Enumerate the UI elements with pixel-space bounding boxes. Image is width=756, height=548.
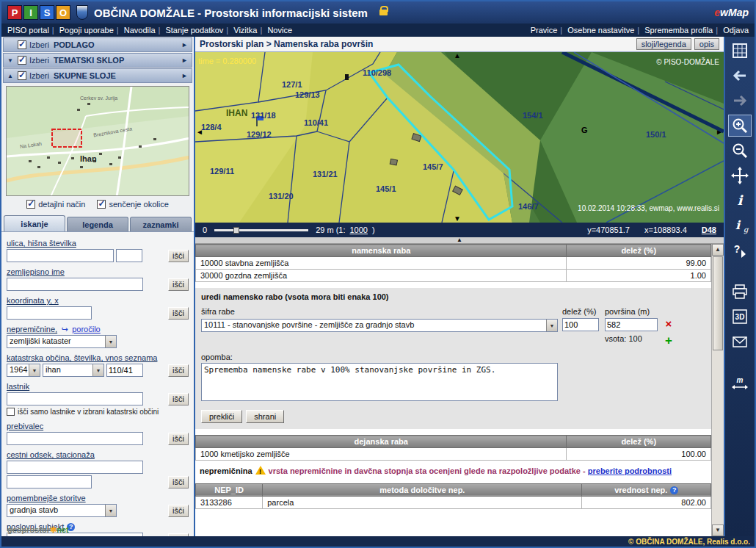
sifra-rabe-select[interactable]: 10111 - stanovanjske površine - zemljišč… [201,319,558,332]
menu-osebne-nastavitve[interactable]: Osebne nastavitve [567,26,634,35]
prebivalec-label[interactable]: prebivalec [7,422,43,430]
prebivalec-input[interactable] [7,432,143,445]
view-3d-tool[interactable]: 3D [729,306,751,327]
menu-stanje-podatkov[interactable]: Stanje podatkov [165,26,223,35]
section-tematski-sklop[interactable]: ▼ IzberiTEMATSKI SKLOP ► [3,53,192,68]
scale-link[interactable]: 1000 [349,226,367,234]
parcela-input[interactable] [106,364,143,377]
chevron-up-icon[interactable]: ▲ [7,73,15,79]
panel-collapse-handle[interactable]: ▲ [195,237,724,244]
skupni-checkbox[interactable] [18,71,26,80]
pan-left-arrow[interactable]: ◄ [196,129,203,136]
mail-tool[interactable] [729,331,751,352]
print-tool[interactable] [729,281,751,302]
kataster-select[interactable]: zemljiški kataster ▼ [7,335,117,348]
menu-novice[interactable]: Novice [267,26,292,35]
panel-scrollbar[interactable]: ▲ ▼ [711,244,724,536]
scale-slider-thumb[interactable] [233,227,239,234]
pan-up-arrow[interactable]: ▲ [454,52,461,60]
storitve-label[interactable]: pomembnejše storitve [7,494,86,502]
ko-number-select[interactable]: 1964 ▼ [7,364,40,377]
menu-pogoji-uporabe[interactable]: Pogoji uporabe [59,26,114,35]
scale-slider-track[interactable] [214,229,308,231]
back-tool[interactable] [729,65,751,86]
opomba-textarea[interactable]: Sprememba namenske rabe v 100% stanovanj… [201,363,558,401]
koordinata-isci-button[interactable]: išči [168,307,189,320]
pan-tool[interactable] [729,165,751,186]
ewmap-logo[interactable]: ewMap [714,7,749,18]
porocilo-link[interactable]: poročilo [72,325,101,334]
forward-tool[interactable] [729,90,751,111]
menu-piso-portal[interactable]: PISO portal [7,26,49,35]
pan-right-arrow[interactable]: ► [716,129,723,136]
layers-legend-button[interactable]: sloji/legenda [636,38,691,50]
lastnik-label[interactable]: lastnik [7,382,29,391]
zemljepisno-input[interactable] [7,278,143,291]
delete-row-icon[interactable]: × [666,319,672,329]
save-button[interactable]: shrani [246,410,284,423]
lastnik-isci-button[interactable]: išči [168,393,189,405]
tab-zaznamki[interactable]: zaznamki [130,217,192,231]
tab-legenda[interactable]: legenda [67,217,128,231]
query-tool[interactable]: ? [729,240,751,261]
menu-odjava[interactable]: Odjava [723,26,749,35]
storitve-select[interactable]: gradnja stavb ▼ [7,504,117,517]
zoom-in-tool[interactable] [729,115,751,136]
zemljepisno-isci-button[interactable]: išči [168,278,189,291]
map-canvas[interactable]: time = 0.280000 © PISO-DOMŽALE 10.02.201… [195,52,724,223]
koordinata-input[interactable] [7,306,92,320]
hisna-stevilka-input[interactable] [116,249,142,262]
measure-tool[interactable]: m [729,372,751,393]
menu-vizitka[interactable]: Vizitka [233,26,257,35]
zemljepisno-label[interactable]: zemljepisno ime [7,267,65,276]
prebivalec-isci-button[interactable]: išči [168,433,189,445]
scrollbar-thumb[interactable] [713,256,723,350]
details-link[interactable]: preberite podrobnosti [588,466,672,475]
chevron-right-icon[interactable]: ► [181,72,188,79]
nepremicnine-label[interactable]: nepremičnine, [7,325,57,334]
podlago-checkbox[interactable] [18,40,26,49]
chevron-right-icon[interactable]: ► [181,41,188,48]
tab-iskanje[interactable]: iskanje [4,215,65,231]
menu-pravice[interactable]: Pravice [531,26,558,35]
zoom-out-tool[interactable] [729,140,751,161]
katastrska-isci-button[interactable]: išči [168,364,189,377]
section-skupne-sloje[interactable]: ▲ IzberiSKUPNE SLOJE ► [3,68,192,83]
ulica-label[interactable]: ulica, hišna številka [7,239,76,248]
geoprostor-logo[interactable]: geoprostor✱net [7,525,69,535]
cestni-isci-button[interactable]: išči [168,476,189,488]
add-row-icon[interactable]: + [665,335,672,347]
storitve-isci-button[interactable]: išči [168,505,189,517]
scroll-down-button[interactable]: ▼ [712,524,724,536]
ko-name-select[interactable]: ihan ▼ [43,364,104,377]
section-podlago[interactable]: IzberiPODLAGO ► [3,37,192,52]
delez-input[interactable] [562,318,599,331]
pan-down-arrow[interactable]: ▼ [454,215,461,223]
ulica-isci-button[interactable]: išči [168,250,189,262]
cestni-odsek-label[interactable]: cestni odsek, stacionaža [7,450,95,459]
shading-checkbox[interactable] [97,200,106,209]
detail-mode-checkbox[interactable] [26,200,35,209]
koordinata-label[interactable]: koordinata y, x [7,296,59,305]
ulica-input[interactable] [7,249,114,262]
info-group-tool[interactable]: ig [729,215,751,236]
full-extent-tool[interactable] [729,40,751,61]
overview-map[interactable]: Cerkev sv. Jurija Na Lokah Breznikova ce… [6,86,189,196]
poslovni-isci-button[interactable]: išči [168,533,189,537]
stacionaza-input[interactable] [7,475,92,488]
datum-link[interactable]: D48 [702,226,716,234]
chevron-right-icon[interactable]: ► [181,57,188,64]
lastnik-filter-checkbox[interactable] [7,408,15,416]
lastnik-input[interactable] [7,392,143,405]
scroll-up-button[interactable]: ▲ [712,244,724,256]
chevron-down-icon[interactable]: ▼ [7,57,15,64]
opis-button[interactable]: opis [694,38,719,50]
cestni-odsek-input[interactable] [7,461,143,474]
help-icon[interactable]: ? [670,486,678,494]
katastrska-label[interactable]: katastrska občina, številka, vnos seznam… [7,353,157,362]
tematski-checkbox[interactable] [18,56,26,65]
menu-sprememba-profila[interactable]: Sprememba profila [644,26,713,35]
povrsina-input[interactable] [605,318,658,331]
menu-navodila[interactable]: Navodila [124,26,156,35]
piso-logo[interactable]: P I S O [7,5,70,20]
